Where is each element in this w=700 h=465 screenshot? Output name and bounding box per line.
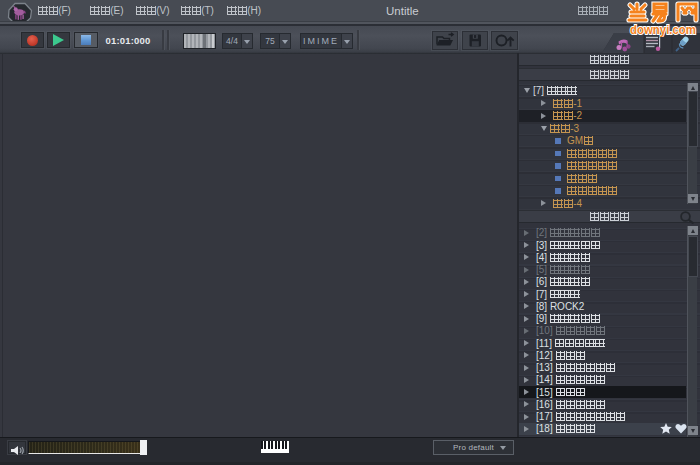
svg-text:downyi.com: downyi.com [630,23,696,37]
